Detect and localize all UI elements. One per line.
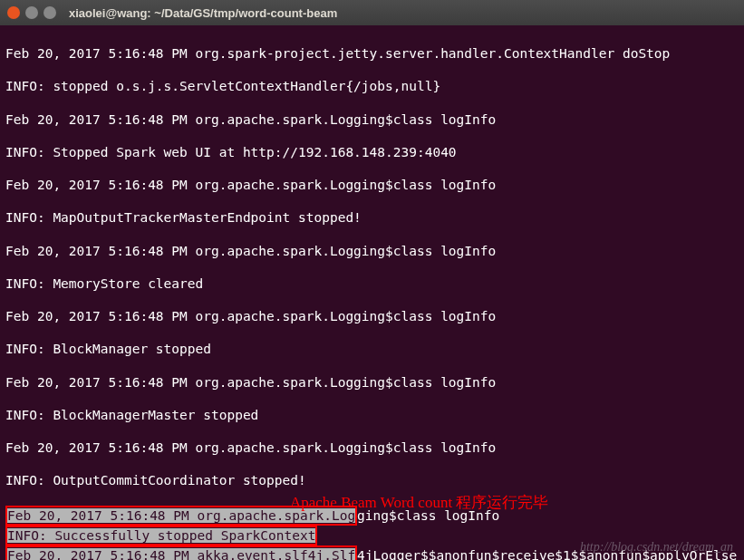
log-line: INFO: Stopped Spark web UI at http://192… <box>5 144 739 160</box>
log-line: Feb 20, 2017 5:16:48 PM org.apache.spark… <box>5 374 739 391</box>
close-icon[interactable] <box>7 6 20 19</box>
log-line: Feb 20, 2017 5:16:48 PM org.apache.spark… <box>5 308 739 324</box>
annotation-text: Apache Beam Word count 程序运行完毕 <box>290 493 548 512</box>
log-line: Feb 20, 2017 5:16:48 PM org.apache.spark… <box>5 243 739 259</box>
minimize-icon[interactable] <box>25 6 38 19</box>
terminal-window: xiaolei@wang: ~/Data/GS/tmp/word-count-b… <box>0 0 744 560</box>
selected-text: INFO: Successfully stopped SparkContext <box>7 528 315 543</box>
log-line: INFO: MemoryStore cleared <box>5 275 739 292</box>
log-line: INFO: OutputCommitCoordinator stopped! <box>5 472 739 488</box>
watermark-text: http://blog.csdn.net/dream_an <box>580 539 733 555</box>
terminal-body[interactable]: Feb 20, 2017 5:16:48 PM org.spark-projec… <box>0 25 744 560</box>
log-line: Feb 20, 2017 5:16:48 PM org.apache.spark… <box>5 439 739 456</box>
log-line: INFO: BlockManagerMaster stopped <box>5 407 739 423</box>
window-title: xiaolei@wang: ~/Data/GS/tmp/word-count-b… <box>69 6 337 20</box>
log-line: Feb 20, 2017 5:16:48 PM org.spark-projec… <box>5 45 739 62</box>
log-line: INFO: stopped o.s.j.s.ServletContextHand… <box>5 78 739 94</box>
selected-text: Feb 20, 2017 5:16:48 PM akka.event.slf4j… <box>7 548 355 560</box>
log-line: Feb 20, 2017 5:16:48 PM org.apache.spark… <box>5 111 739 128</box>
highlight-box: INFO: Successfully stopped SparkContext <box>5 526 317 546</box>
highlight-box: Feb 20, 2017 5:16:48 PM akka.event.slf4j… <box>5 546 357 560</box>
log-line: Feb 20, 2017 5:16:48 PM org.apache.spark… <box>5 177 739 193</box>
log-line: INFO: MapOutputTrackerMasterEndpoint sto… <box>5 209 739 226</box>
titlebar: xiaolei@wang: ~/Data/GS/tmp/word-count-b… <box>0 0 744 25</box>
maximize-icon[interactable] <box>43 6 56 19</box>
log-line: INFO: BlockManager stopped <box>5 341 739 357</box>
